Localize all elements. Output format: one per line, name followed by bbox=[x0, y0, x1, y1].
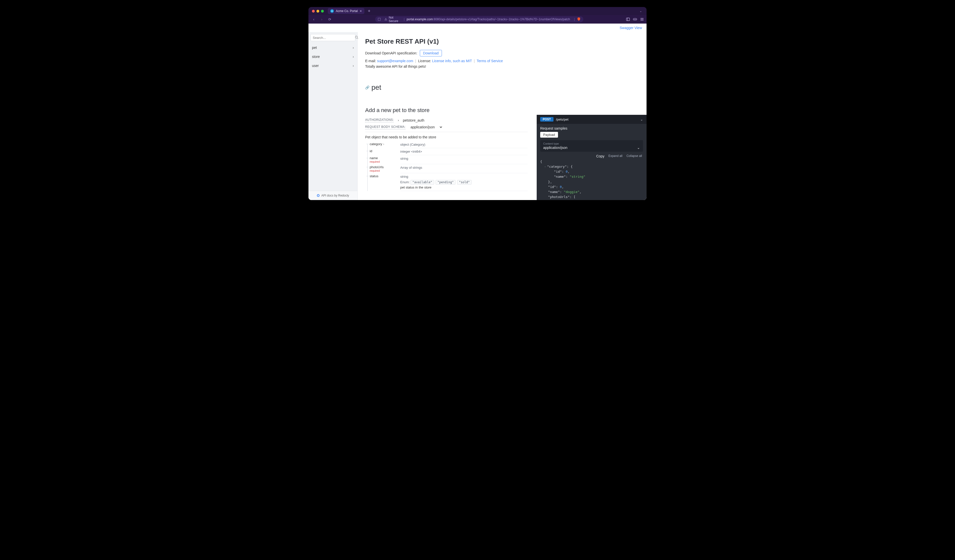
samples-panel: POST /pets/pet ⌄ Request samples Payload… bbox=[537, 115, 647, 200]
endpoint-path: /pets/pet bbox=[556, 117, 638, 121]
field-type: Array of strings bbox=[400, 166, 422, 169]
tabs-overflow-icon[interactable]: ⌄ bbox=[637, 9, 645, 13]
sidebar-item-label: user bbox=[312, 64, 319, 68]
field-type: string bbox=[400, 156, 408, 160]
tab-close-icon[interactable]: × bbox=[360, 9, 362, 13]
api-title: Pet Store REST API (v1) bbox=[365, 38, 528, 45]
enum-label: Enum: bbox=[400, 180, 410, 184]
request-samples-label: Request samples bbox=[537, 124, 647, 132]
field-name[interactable]: category bbox=[369, 142, 384, 146]
search-box[interactable] bbox=[310, 34, 355, 41]
tab-title: Acme Co. Portal bbox=[336, 9, 358, 13]
request-body-schema-label: REQUEST BODY SCHEMA: bbox=[365, 125, 405, 129]
bookmark-icon[interactable]: ☐ bbox=[378, 17, 381, 21]
request-body-description: Pet object that needs to be added to the… bbox=[365, 135, 528, 139]
json-sample: { -"category": { "id": 0, "name": "strin… bbox=[540, 159, 643, 200]
nav-forward-icon[interactable]: › bbox=[319, 17, 324, 21]
sidebar-footer-label: API docs by Redocly bbox=[321, 194, 349, 197]
address-bar[interactable]: ☐ ⚠ Not Secure | portal.example.com:8080… bbox=[375, 16, 583, 22]
field-name: id bbox=[369, 149, 372, 153]
brave-shield-icon[interactable] bbox=[577, 17, 581, 22]
download-button[interactable]: Download bbox=[420, 50, 442, 56]
security-indicator[interactable]: ⚠ Not Secure bbox=[384, 16, 402, 22]
http-method-badge: POST bbox=[540, 117, 554, 122]
swagger-view-link[interactable]: Swagger View bbox=[620, 26, 642, 30]
browser-window: ● Acme Co. Portal × + ⌄ ‹ › ⟳ ☐ ⚠ Not Se… bbox=[308, 7, 647, 200]
svg-rect-2 bbox=[633, 18, 637, 20]
minimize-window-icon[interactable] bbox=[316, 10, 319, 13]
section-heading: pet bbox=[371, 83, 381, 91]
download-spec-label: Download OpenAPI specification: bbox=[365, 51, 417, 55]
required-badge: required bbox=[369, 160, 400, 163]
warning-icon: ⚠ bbox=[384, 17, 387, 21]
svg-point-4 bbox=[635, 19, 636, 20]
chevron-right-icon[interactable]: › bbox=[398, 119, 399, 122]
close-window-icon[interactable] bbox=[312, 10, 315, 13]
api-description: Totally awesome API for all things pets! bbox=[365, 64, 528, 69]
url-text: portal.example.com:8080/api-details/pets… bbox=[407, 17, 570, 21]
svg-point-3 bbox=[634, 19, 635, 20]
not-secure-label: Not Secure bbox=[389, 16, 402, 22]
redocly-icon: ✪ bbox=[317, 194, 320, 197]
window-traffic-lights[interactable] bbox=[312, 10, 324, 13]
nav-back-icon[interactable]: ‹ bbox=[311, 17, 316, 21]
doc-column: Pet Store REST API (v1) Download OpenAPI… bbox=[358, 32, 537, 200]
expand-all-button[interactable]: Expand all bbox=[608, 154, 622, 158]
required-badge: required bbox=[369, 169, 400, 172]
chevron-down-icon[interactable]: ⌄ bbox=[637, 145, 640, 150]
sidebar-item-label: pet bbox=[312, 45, 317, 50]
api-meta: E-mail: support@example.com | License: L… bbox=[365, 59, 528, 63]
page-viewport: Swagger View pet › bbox=[308, 23, 647, 200]
tab-strip: ● Acme Co. Portal × + ⌄ bbox=[308, 7, 647, 15]
auth-scheme: petstore_auth bbox=[403, 118, 424, 122]
field-name: photoUrls bbox=[369, 165, 384, 169]
tab-favicon-icon: ● bbox=[330, 9, 334, 13]
field-type: string bbox=[400, 175, 528, 178]
payload-tab[interactable]: Payload bbox=[540, 132, 558, 138]
authorizations-label: AUTHORIZATIONS: bbox=[365, 118, 394, 122]
sidebar-toggle-icon[interactable] bbox=[626, 17, 630, 21]
field-name: name bbox=[369, 156, 378, 160]
content-type-select[interactable]: application/json bbox=[410, 125, 443, 129]
link-icon[interactable]: 🔗 bbox=[365, 86, 369, 89]
email-link[interactable]: support@example.com bbox=[377, 59, 413, 63]
endpoint-header[interactable]: POST /pets/pet ⌄ bbox=[537, 115, 647, 124]
content-area: Pet Store REST API (v1) Download OpenAPI… bbox=[358, 32, 647, 200]
field-type: integer <int64> bbox=[400, 150, 422, 153]
enum-value: "available" bbox=[410, 180, 434, 185]
field-type: object (Category) bbox=[400, 142, 425, 146]
page-topbar: Swagger View bbox=[308, 23, 647, 32]
field-name: status bbox=[369, 174, 379, 178]
operation-title: Add a new pet to the store bbox=[365, 107, 528, 114]
copy-button[interactable]: Copy bbox=[596, 154, 604, 158]
chevron-right-icon: › bbox=[352, 45, 354, 50]
hamburger-menu-icon[interactable] bbox=[640, 17, 644, 21]
maximize-window-icon[interactable] bbox=[321, 10, 324, 13]
reader-mode-icon[interactable] bbox=[633, 17, 637, 21]
enum-value: "pending" bbox=[435, 180, 456, 185]
tos-link[interactable]: Terms of Service bbox=[477, 59, 503, 63]
reload-icon[interactable]: ⟳ bbox=[327, 17, 333, 21]
sidebar-footer[interactable]: ✪ API docs by Redocly bbox=[308, 191, 357, 200]
field-description: pet status in the store bbox=[400, 186, 528, 189]
schema-table: category object (Category) id integer <i… bbox=[365, 141, 528, 191]
license-link[interactable]: License info, such as MIT bbox=[432, 59, 472, 63]
sidebar-item-user[interactable]: user › bbox=[308, 61, 357, 70]
sidebar: pet › store › user › ✪ API docs by Redoc… bbox=[308, 32, 358, 200]
sidebar-item-pet[interactable]: pet › bbox=[308, 43, 357, 52]
svg-point-5 bbox=[355, 36, 358, 38]
sidebar-item-label: store bbox=[312, 55, 320, 59]
svg-rect-0 bbox=[626, 18, 630, 21]
chevron-down-icon[interactable]: ⌄ bbox=[640, 117, 643, 121]
new-tab-button[interactable]: + bbox=[366, 8, 372, 14]
enum-value: "sold" bbox=[457, 180, 471, 185]
sidebar-item-store[interactable]: store › bbox=[308, 52, 357, 61]
chevron-right-icon: › bbox=[352, 64, 354, 68]
content-type-selector[interactable]: Content type application/json ⌄ bbox=[540, 140, 643, 152]
browser-tab[interactable]: ● Acme Co. Portal × bbox=[328, 8, 365, 14]
chevron-right-icon: › bbox=[352, 55, 354, 59]
search-input[interactable] bbox=[313, 36, 355, 40]
content-type-value: application/json bbox=[543, 145, 568, 150]
content-type-label: Content type bbox=[543, 142, 640, 145]
collapse-all-button[interactable]: Collapse all bbox=[626, 154, 642, 158]
